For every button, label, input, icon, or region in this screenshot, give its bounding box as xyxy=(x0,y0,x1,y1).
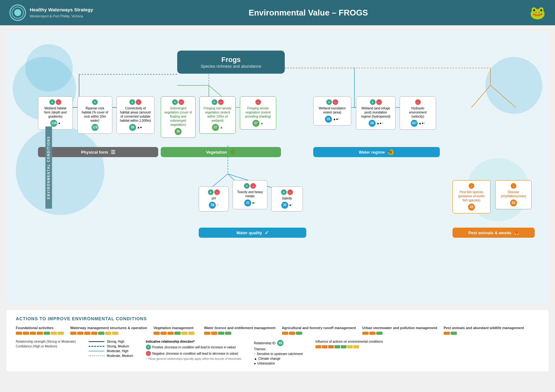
cond-disease: - Disease (chytridiomycosis) 35 xyxy=(495,180,532,209)
legend-relationship-id: Relationship ID 00 xyxy=(254,340,303,346)
legend-moderate-high: Moderate, High xyxy=(89,349,133,353)
action-veg-mgmt: Vegetation management xyxy=(153,326,198,335)
pest-animals-weeds-bar: Pest animals & weeds 🦊 xyxy=(452,228,535,238)
action-waterway-label: Waterway management structures & operati… xyxy=(70,326,147,330)
action-pest-animals: Pest animals and abundant wildlife manag… xyxy=(444,326,524,335)
legend-positive: + Positive (increase in condition will l… xyxy=(146,345,241,350)
cond-wetland-inundation: +- Wetland inundation extent (area) 26 ▲… xyxy=(313,96,351,126)
legend-rel-strength: Relationship strength (Strong or Moderat… xyxy=(16,340,76,343)
cond-fringing-nonwoody: +- Fringing non-woody vegetation (extent… xyxy=(199,96,236,134)
action-urban-stormwater: Urban stormwater and pollution managemen… xyxy=(362,326,437,335)
actions-section: ACTIONS TO IMPROVE ENVIRONMENTAL CONDITI… xyxy=(6,310,549,371)
legend-direction: Indicative relationship direction* + Pos… xyxy=(146,340,241,360)
action-agri-dots xyxy=(282,332,302,335)
action-urban-label: Urban stormwater and pollution managemen… xyxy=(362,326,437,330)
cond-riparian-rock: + Riparian rock habitat (% cover of rock… xyxy=(78,96,112,134)
action-water-licence: Water licence and entitlement management xyxy=(204,326,276,335)
action-agri-runoff: Agricultural and forestry runoff managem… xyxy=(282,326,356,335)
action-foundational-dots xyxy=(16,332,64,335)
legend-negative: - Negative (increase in condition will l… xyxy=(146,351,241,356)
cond-connectivity: +- Connectivity of habitat areas (amount… xyxy=(116,96,154,134)
legend-section: Relationship strength (Strong or Moderat… xyxy=(16,340,539,365)
actions-grid: Foundational activities Waterway managem… xyxy=(16,326,539,335)
logo-circle xyxy=(9,4,26,21)
legend-themes: Relationship ID 00 Themes: ↑Sensitive to… xyxy=(254,340,303,365)
main-diagram: Frogs Species richness and abundance +- … xyxy=(22,38,552,297)
diagram-area: ENVIRONMENTAL CONDITIONS xyxy=(6,32,549,303)
action-veg-dots xyxy=(153,332,195,335)
action-urban-dots xyxy=(362,332,383,335)
cond-salinity: +- Salinity 30 ●↑ xyxy=(271,187,303,211)
cond-fringing-woody: - Fringing woody vegetation (extent prov… xyxy=(240,96,276,130)
action-veg-label: Vegetation management xyxy=(153,326,194,330)
action-foundational: Foundational activities xyxy=(16,326,64,335)
frogs-subtitle: Species richness and abundance xyxy=(196,64,266,69)
cond-hydraulic: - Hydraulic environment (velocity) 107 ▲… xyxy=(400,96,436,130)
legend-strong-medium: Strong, Medium xyxy=(89,345,133,348)
action-agri-label: Agricultural and forestry runoff managem… xyxy=(282,326,356,330)
page-header: Healthy Waterways Strategy Westernport &… xyxy=(0,0,555,25)
physical-form-bar: Physical form ☰ xyxy=(38,147,158,157)
action-water-licence-label: Water licence and entitlement management xyxy=(204,326,276,330)
action-water-licence-dots xyxy=(204,332,231,335)
legend-confidence: Confidence (High or Medium) xyxy=(16,345,76,348)
cond-submerged-veg: +- Submerged vegetation (cover of floati… xyxy=(161,96,196,138)
org-name: Healthy Waterways Strategy Westernport &… xyxy=(30,6,93,19)
cond-ph: +- pH 38 ↑ xyxy=(199,187,229,211)
legend-relationship: Relationship strength (Strong or Moderat… xyxy=(16,340,76,348)
cond-pest-fish: - Pest fish species (presence of exotic … xyxy=(452,180,490,213)
frogs-center-box: Frogs Species richness and abundance xyxy=(177,51,285,74)
cond-wetland-habitat: +- Wetland habitat form (depth and gradi… xyxy=(38,96,73,130)
page-title: Environmental Value – FROGS xyxy=(93,8,523,18)
action-pest-label: Pest animals and abundant wildlife manag… xyxy=(444,326,524,330)
cond-wetland-refuge: +- Wetland (and refuge pool) inundation … xyxy=(356,96,396,130)
action-pest-dots xyxy=(444,332,457,335)
svg-line-17 xyxy=(471,85,490,107)
water-quality-bar: Water quality ✓ xyxy=(199,228,306,238)
action-foundational-label: Foundational activities xyxy=(16,326,53,330)
action-waterway-dots xyxy=(70,332,118,335)
cond-toxicity: +- Toxicity and heavy metals 31 ●↑ xyxy=(233,180,267,209)
frog-icon: 🐸 xyxy=(530,5,546,20)
legend-line-types: Strong, High Strong, Medium Moderate, Hi… xyxy=(89,340,133,358)
env-conditions-label: ENVIRONMENTAL CONDITIONS xyxy=(45,126,52,209)
legend-moderate-medium: Moderate, Medium xyxy=(89,354,133,358)
org-logo: Healthy Waterways Strategy Westernport &… xyxy=(9,4,93,21)
legend-strong-high: Strong, High xyxy=(89,340,133,343)
legend-influence: Influence of actions on environmental co… xyxy=(315,340,383,348)
vegetation-bar: Vegetation 🌿 xyxy=(161,147,281,157)
logo-inner xyxy=(12,7,24,19)
logo-core xyxy=(14,9,21,16)
svg-line-18 xyxy=(490,85,516,107)
actions-title: ACTIONS TO IMPROVE ENVIRONMENTAL CONDITI… xyxy=(16,316,539,321)
frogs-title: Frogs xyxy=(196,56,266,64)
action-waterway-mgmt: Waterway management structures & operati… xyxy=(70,326,147,335)
water-regime-bar: Water regime 🐠 xyxy=(313,147,440,157)
